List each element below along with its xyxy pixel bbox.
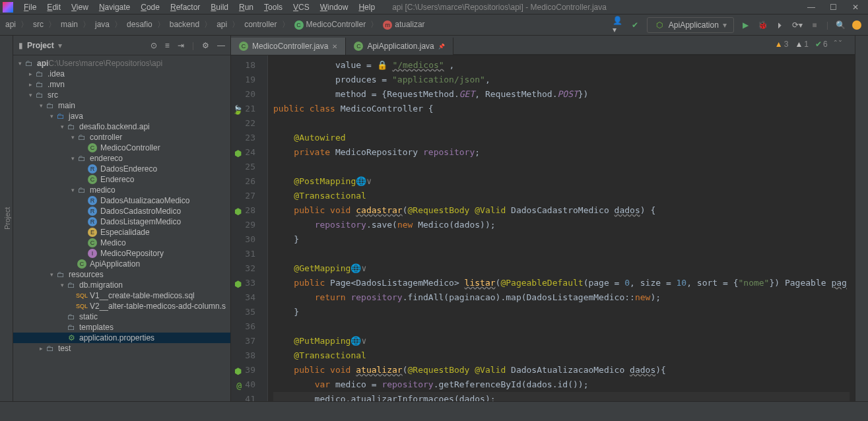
inspections-widget[interactable]: ▲3 ▲1 ✔6 ˆ ˇ — [775, 40, 842, 49]
gutter-line[interactable]: 38 — [231, 348, 255, 363]
tree-node[interactable]: ▾🗀db.migration — [13, 280, 230, 290]
tree-root[interactable]: ▾🗀api C:\Users\marce\Repositorios\api — [13, 58, 230, 69]
project-pane-title[interactable]: Project — [27, 41, 54, 50]
gutter-line[interactable]: 18 — [231, 58, 255, 73]
menu-refactor[interactable]: Refactor — [165, 1, 205, 13]
update-project-icon[interactable]: ✔ — [630, 20, 640, 30]
tree-node[interactable]: ▾🗀resources — [13, 269, 230, 280]
breadcrumb-item[interactable]: desafio — [124, 18, 155, 30]
gutter-line[interactable]: 20 — [231, 87, 255, 102]
tree-node[interactable]: SQLV1__create-table-medicos.sql — [13, 290, 230, 301]
menu-help[interactable]: Help — [353, 1, 380, 13]
gutter-line[interactable]: ⬢28 — [231, 203, 255, 218]
gutter-line[interactable]: 40 — [231, 377, 255, 392]
coverage-button[interactable]: ⏵ — [775, 20, 785, 30]
breadcrumb-item[interactable]: src — [30, 18, 46, 30]
code-editor[interactable]: value = 🔒 "/medicos" , produces = "appli… — [268, 55, 855, 401]
gutter-line[interactable]: 23 — [231, 131, 255, 145]
debug-button[interactable]: 🐞 — [758, 20, 768, 30]
tree-node[interactable]: CEndereco — [13, 174, 230, 185]
tree-node[interactable]: ▸🗀test — [13, 343, 230, 354]
tree-node[interactable]: ▾🗀java — [13, 111, 230, 121]
breadcrumb-item[interactable]: backend — [167, 18, 202, 30]
breadcrumb-item[interactable]: matualizar — [380, 18, 427, 30]
breadcrumb-item[interactable]: java — [92, 18, 112, 30]
gutter-line[interactable]: 29 — [231, 218, 255, 232]
search-everywhere-button[interactable]: 🔍 — [835, 20, 846, 30]
menu-build[interactable]: Build — [205, 1, 234, 13]
tree-node[interactable]: RDadosCadastroMedico — [13, 206, 230, 216]
collapse-all-icon[interactable]: ⇥ — [178, 41, 184, 50]
hide-tool-window-icon[interactable]: — — [217, 41, 225, 50]
tree-node[interactable]: ▾🗀src — [13, 90, 230, 100]
menu-view[interactable]: View — [66, 1, 94, 13]
tree-node[interactable]: ▾🗀desafio.backend.api — [13, 121, 230, 132]
tree-node[interactable]: 🗀templates — [13, 322, 230, 333]
tree-node[interactable]: ▸🗀.idea — [13, 69, 230, 79]
bookmarks-tool-tab[interactable]: Bookmarks — [0, 207, 2, 401]
menu-code[interactable]: Code — [135, 1, 165, 13]
run-button[interactable]: ▶ — [741, 20, 751, 30]
tree-node[interactable]: ▾🗀main — [13, 100, 230, 111]
project-view-dropdown[interactable]: ▾ — [58, 41, 62, 50]
menu-tools[interactable]: Tools — [259, 1, 288, 13]
breadcrumb-item[interactable]: api — [3, 18, 18, 30]
gutter-line[interactable]: 41 — [231, 392, 255, 401]
editor-tab[interactable]: CApiApplication.java📌 — [346, 38, 453, 55]
project-tool-tab[interactable]: Project — [2, 36, 13, 401]
gutter-line[interactable]: ⬢ @39 — [231, 363, 255, 377]
maximize-button[interactable]: ☐ — [830, 3, 839, 12]
tree-node[interactable]: IMedicoRepository — [13, 248, 230, 259]
close-tab-icon[interactable]: ✕ — [332, 43, 337, 50]
gutter-line[interactable]: 32 — [231, 261, 255, 276]
gutter-line[interactable]: 25 — [231, 160, 255, 174]
gutter-line[interactable]: 30 — [231, 232, 255, 247]
gutter-line[interactable]: 22 — [231, 116, 255, 131]
gutter-line[interactable]: 35 — [231, 305, 255, 319]
select-opened-file-icon[interactable]: ⊙ — [150, 41, 157, 50]
gutter-line[interactable]: 🍃21 — [231, 102, 255, 116]
minimize-button[interactable]: — — [807, 3, 817, 12]
gutter-line[interactable]: ⬢24 — [231, 145, 255, 160]
breadcrumb-item[interactable]: CMedicoController — [292, 18, 369, 30]
tree-node[interactable]: RDadosAtualizacaoMedico — [13, 195, 230, 206]
menu-window[interactable]: Window — [315, 1, 354, 13]
menu-file[interactable]: File — [18, 1, 42, 13]
tree-node[interactable]: 🗀static — [13, 311, 230, 322]
gutter-line[interactable]: 34 — [231, 290, 255, 305]
stop-button[interactable]: ■ — [809, 20, 820, 30]
menu-run[interactable]: Run — [234, 1, 259, 13]
gutter-line[interactable]: 27 — [231, 189, 255, 203]
tree-node[interactable]: ▾🗀controller — [13, 132, 230, 143]
gutter-line[interactable]: 36 — [231, 319, 255, 334]
tree-node[interactable]: CMedico — [13, 238, 230, 248]
menu-vcs[interactable]: VCS — [288, 1, 315, 13]
gutter-line[interactable]: 37 — [231, 334, 255, 348]
tree-node[interactable]: RDadosEndereco — [13, 164, 230, 174]
close-button[interactable]: ✕ — [852, 3, 861, 12]
gutter-line[interactable]: ⬢33 — [231, 276, 255, 290]
menu-navigate[interactable]: Navigate — [94, 1, 135, 13]
gutter-line[interactable]: 26 — [231, 174, 255, 189]
gutter-line[interactable]: 19 — [231, 73, 255, 87]
tree-node[interactable]: ⚙application.properties — [13, 333, 230, 343]
profile-button[interactable]: ⟳▾ — [792, 20, 803, 30]
breadcrumb-item[interactable]: main — [58, 18, 81, 30]
tree-node[interactable]: ▾🗀medico — [13, 185, 230, 195]
breadcrumb-item[interactable]: api — [214, 18, 230, 30]
tree-node[interactable]: CApiApplication — [13, 259, 230, 269]
run-configuration-dropdown[interactable]: ⬡ ApiApplication ▾ — [647, 17, 734, 33]
ide-updates-icon[interactable] — [852, 20, 861, 30]
expand-all-icon[interactable]: ≡ — [165, 41, 170, 50]
user-icon[interactable]: 👤▾ — [613, 20, 623, 30]
menu-edit[interactable]: Edit — [42, 1, 66, 13]
tree-node[interactable]: SQLV2__alter-table-medicos-add-column.s — [13, 301, 230, 311]
tree-node[interactable]: EEspecialidade — [13, 227, 230, 238]
tree-node[interactable]: ▾🗀endereco — [13, 153, 230, 164]
tree-node[interactable]: ▸🗀.mvn — [13, 79, 230, 90]
tree-node[interactable]: RDadosListagemMedico — [13, 216, 230, 227]
tree-node[interactable]: CMedicoController — [13, 143, 230, 153]
editor-tab[interactable]: CMedicoController.java✕ — [231, 38, 346, 55]
breadcrumb-item[interactable]: controller — [242, 18, 279, 30]
settings-gear-icon[interactable]: ⚙ — [202, 41, 209, 50]
